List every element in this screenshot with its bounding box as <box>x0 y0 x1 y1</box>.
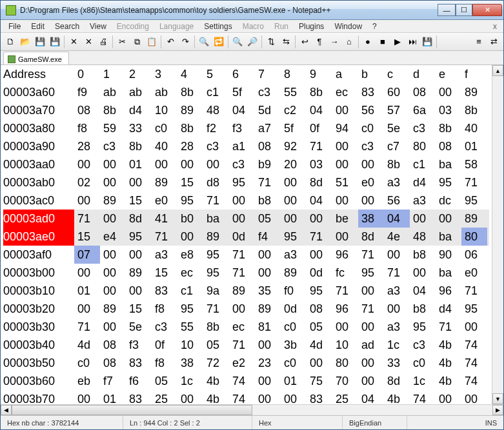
hex-byte[interactable]: f7 <box>100 372 126 390</box>
hex-byte[interactable]: 48 <box>410 228 436 246</box>
hex-byte[interactable]: 8b <box>177 119 203 137</box>
hex-byte[interactable]: 95 <box>177 300 203 318</box>
menu-settings[interactable]: Settings <box>199 21 237 32</box>
hex-byte[interactable]: 4e <box>384 228 410 246</box>
hex-byte[interactable]: 00 <box>255 246 281 264</box>
sync-v-icon[interactable]: ⇅ <box>264 35 278 49</box>
hex-byte[interactable]: 00 <box>126 282 152 300</box>
hex-byte[interactable]: ab <box>152 83 177 101</box>
hex-byte[interactable]: 04 <box>307 101 332 119</box>
hex-byte[interactable]: 00 <box>436 210 461 228</box>
hex-byte[interactable]: 00 <box>177 390 203 404</box>
hex-byte[interactable]: 83 <box>126 390 152 404</box>
hex-byte[interactable]: ec <box>332 83 358 101</box>
hex-byte[interactable]: 00 <box>126 246 152 264</box>
hex-row[interactable]: 00003ab0 02 00 00 89 15 d8 95 71 00 8d 5… <box>3 173 489 191</box>
hex-byte[interactable]: 08 <box>100 354 126 372</box>
hex-byte[interactable]: 01 <box>74 282 100 300</box>
hex-byte[interactable]: 71 <box>436 318 461 336</box>
hex-byte[interactable]: f3 <box>229 119 255 137</box>
hex-byte[interactable]: c1 <box>203 83 229 101</box>
menu-language[interactable]: Language <box>154 21 199 32</box>
hex-byte[interactable]: e0 <box>152 191 177 210</box>
hex-byte[interactable]: 89 <box>100 191 126 210</box>
hex-row[interactable]: 00003b00 00 00 89 15 ec 95 71 00 89 0d f… <box>3 264 489 282</box>
hex-byte[interactable]: b8 <box>255 191 281 210</box>
hex-byte[interactable]: 00 <box>384 246 410 264</box>
zoom-out-icon[interactable]: 🔎 <box>245 35 259 49</box>
hex-byte[interactable]: 08 <box>410 83 436 101</box>
hex-byte[interactable]: 72 <box>203 354 229 372</box>
hex-byte[interactable]: 95 <box>203 246 229 264</box>
hex-byte[interactable]: 33 <box>384 354 410 372</box>
open-file-icon[interactable]: 📂 <box>18 35 32 49</box>
hex-byte[interactable]: 08 <box>74 101 100 119</box>
hex-byte[interactable]: a3 <box>410 191 436 210</box>
hex-byte[interactable]: 71 <box>152 228 177 246</box>
hex-byte[interactable]: 06 <box>461 246 487 264</box>
hex-byte[interactable]: 00 <box>436 83 461 101</box>
hex-byte[interactable]: d4 <box>410 173 436 191</box>
hex-byte[interactable]: 71 <box>332 282 358 300</box>
hex-byte[interactable]: 00 <box>281 390 307 404</box>
hex-byte[interactable]: b9 <box>255 155 281 173</box>
hex-byte[interactable]: 80 <box>461 228 487 246</box>
hex-byte[interactable]: 00 <box>358 155 384 173</box>
hex-byte[interactable]: 1c <box>177 372 203 390</box>
hex-byte[interactable]: 00 <box>358 354 384 372</box>
hex-byte[interactable]: 38 <box>177 354 203 372</box>
paste-icon[interactable]: 📋 <box>145 35 159 49</box>
replace-icon[interactable]: 🔁 <box>212 35 226 49</box>
hex-byte[interactable]: c3 <box>255 83 281 101</box>
hex-byte[interactable]: 05 <box>307 318 332 336</box>
hex-byte[interactable]: 8d <box>384 372 410 390</box>
hex-byte[interactable]: 00 <box>332 191 358 210</box>
hscroll-thumb[interactable] <box>12 405 252 415</box>
hex-byte[interactable]: 74 <box>410 390 436 404</box>
horizontal-scrollbar[interactable]: ◀ ▶ <box>1 404 503 415</box>
hex-byte[interactable]: c0 <box>281 318 307 336</box>
hex-grid[interactable]: Address 0 1 2 3 4 5 6 7 8 9 a b c d e f0… <box>1 65 492 404</box>
copy-icon[interactable]: ⧉ <box>130 35 144 49</box>
hex-byte[interactable]: b8 <box>410 300 436 318</box>
hex-byte[interactable]: 03 <box>436 101 461 119</box>
hex-byte[interactable]: 83 <box>307 390 332 404</box>
hex-byte[interactable]: 00 <box>100 155 126 173</box>
hex-toggle-icon[interactable]: ≡ <box>472 35 486 49</box>
hex-byte[interactable]: 00 <box>177 228 203 246</box>
hex-byte[interactable]: 74 <box>229 372 255 390</box>
hex-row[interactable]: 00003b70 00 01 83 25 00 4b 74 00 00 83 2… <box>3 390 489 404</box>
hex-byte[interactable]: 00 <box>410 264 436 282</box>
hex-byte[interactable]: 95 <box>126 228 152 246</box>
hex-byte[interactable]: c0 <box>358 119 384 137</box>
hex-byte[interactable]: 95 <box>461 300 487 318</box>
hex-byte[interactable]: 5f <box>229 83 255 101</box>
hex-byte[interactable]: 08 <box>307 300 332 318</box>
hex-byte[interactable]: 00 <box>229 210 255 228</box>
hex-byte[interactable]: 01 <box>100 390 126 404</box>
hex-byte[interactable]: 8b <box>307 83 332 101</box>
hex-row[interactable]: 00003a70 08 8b d4 10 89 48 04 5d c2 04 0… <box>3 101 489 119</box>
hex-byte[interactable]: 59 <box>100 119 126 137</box>
editor-area[interactable]: Address 0 1 2 3 4 5 6 7 8 9 a b c d e f0… <box>1 65 503 404</box>
hex-byte[interactable]: 01 <box>461 137 487 155</box>
hex-byte[interactable]: 74 <box>461 372 487 390</box>
hex-byte[interactable]: 8b <box>177 83 203 101</box>
hex-byte[interactable]: 71 <box>74 318 100 336</box>
hex-byte[interactable]: 03 <box>307 155 332 173</box>
hex-byte[interactable]: 8d <box>358 228 384 246</box>
menu-plugins[interactable]: Plugins <box>294 21 329 32</box>
hex-byte[interactable]: 20 <box>281 155 307 173</box>
hex-byte[interactable]: 71 <box>229 246 255 264</box>
hex-byte[interactable]: 25 <box>152 390 177 404</box>
hex-byte[interactable]: c3 <box>203 137 229 155</box>
hex-byte[interactable]: f8 <box>152 300 177 318</box>
hex-byte[interactable]: 04 <box>358 390 384 404</box>
hex-byte[interactable]: 71 <box>203 300 229 318</box>
hex-byte[interactable]: 56 <box>358 101 384 119</box>
hex-byte[interactable]: 96 <box>332 246 358 264</box>
hex-byte[interactable]: d8 <box>203 173 229 191</box>
hex-byte[interactable]: 00 <box>281 191 307 210</box>
hex-byte[interactable]: e0 <box>461 264 487 282</box>
hex-byte[interactable]: be <box>332 210 358 228</box>
